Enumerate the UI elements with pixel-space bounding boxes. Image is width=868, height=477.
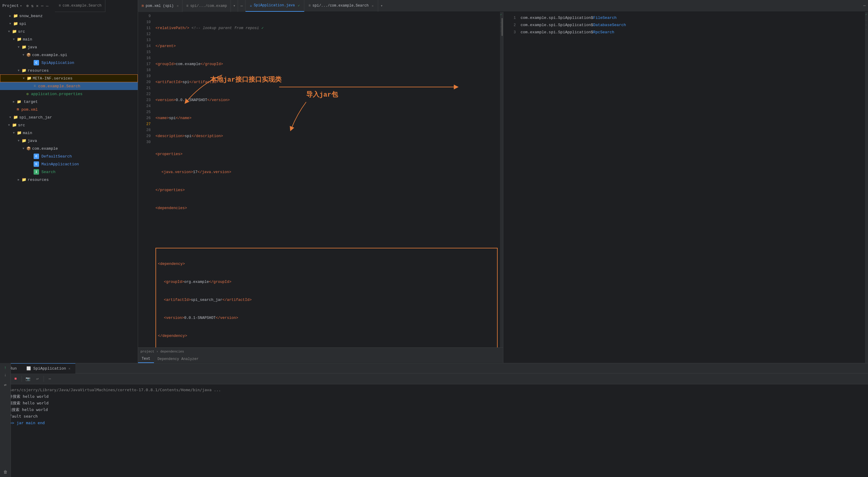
ln-18: 18 — [138, 67, 151, 73]
com-example-search-label: com.example.Search — [38, 84, 80, 89]
bracket-17b: </java.version> — [197, 169, 231, 175]
console-line-path: /Users/csjerry/Library/Java/JavaVirtualM… — [5, 387, 863, 393]
overflow-icon[interactable]: ⋯ — [238, 4, 245, 8]
tab-text[interactable]: Text — [138, 355, 154, 363]
tab-more-center[interactable]: ▾ — [231, 0, 238, 12]
tree-item-snow-beanz[interactable]: ▶ 📁 snow_beanz — [0, 12, 138, 20]
right-vscroll[interactable]: ✓ — — — — [865, 12, 868, 363]
tree-item-spi[interactable]: ▼ 📁 spi — [0, 20, 138, 28]
right-line-numbers: 1 2 3 — [503, 12, 518, 363]
tab-label: com.example.Search — [63, 4, 102, 8]
code-line-9: <relativePath/> <!-- lookup parent from … — [155, 25, 498, 31]
right-code-area[interactable]: 1 2 3 com.example.spi.SpiApplication$Fil… — [503, 12, 868, 363]
tree-item-resources[interactable]: ▼ 📁 resources — [0, 67, 138, 74]
left-breadcrumb: project › dependencies — [141, 350, 184, 353]
globe-icon[interactable]: ⊕ — [26, 3, 29, 8]
code-line-17: <java.version>17</java.version> — [155, 169, 498, 175]
spi-src-label: src — [18, 29, 25, 34]
tree-item-com-example-search[interactable]: ≡ com.example.Search — [0, 82, 138, 90]
tree-item-spi-java[interactable]: ▼ 📁 java — [0, 43, 138, 51]
jar-resources-label: resources — [28, 178, 49, 182]
tab-com-example-search[interactable]: ≡ com.example.Search — [55, 0, 105, 12]
screenshot-btn[interactable]: 📷 — [24, 375, 32, 382]
bracket-24a: <version> — [164, 315, 184, 321]
settings-btn[interactable]: ↩ — [34, 375, 41, 382]
tree-item-spi-src[interactable]: ▼ 📁 src — [0, 28, 138, 35]
tree-item-spi-application[interactable]: C SpiApplication — [0, 59, 138, 67]
tree-item-default-search[interactable]: C DefaultSearch — [0, 152, 138, 160]
project-label[interactable]: Project ▾ — [2, 4, 22, 8]
tree-item-pom-xml[interactable]: m pom.xml — [0, 105, 138, 114]
dollar-1: $ — [591, 14, 593, 22]
center-tabs: m pom.xml (spi) ✕ ≡ spi/.../com.examp ▾ … — [138, 0, 246, 12]
minimize-icon[interactable]: — — [46, 4, 48, 8]
tree-item-jar-java[interactable]: ▼ 📁 java — [0, 137, 138, 145]
tree-item-main-application[interactable]: C MainApplicaction — [0, 160, 138, 168]
tree-item-meta-inf[interactable]: ▼ 📁 META-INF.services — [0, 74, 138, 82]
jar-main-label: main — [23, 131, 32, 135]
text-12: spi — [183, 79, 189, 85]
class-line-1: com.example.spi.SpiApplication$FileSearc… — [521, 14, 863, 22]
code-line-24: <version>0.0.1-SNAPSHOT</version> — [158, 315, 495, 321]
dash-scroll-3: — — [500, 29, 502, 32]
run-close-btn[interactable]: ✕ — [68, 367, 70, 371]
left-editor-tabs: Text Dependency Analyzer — [138, 355, 503, 363]
left-code-area[interactable]: 9 10 11 12 13 14 15 16 17 18 19 20 21 22… — [138, 12, 503, 347]
top-tabs-bar: Project ▾ ⊕ ⇅ ✕ ⋯ — ≡ com.example.Search… — [0, 0, 868, 12]
tab-more-right[interactable]: ▾ — [378, 0, 385, 12]
dash-right-2: — — [865, 23, 867, 26]
tree-item-com-example-spi[interactable]: ▼ 📦 com.example.spi — [0, 51, 138, 59]
dollar-3: $ — [591, 29, 593, 36]
jar-src-label: src — [18, 123, 25, 127]
tab-spi-application-java[interactable]: ☕ SpiApplication.java ✓ — [246, 0, 304, 12]
com-search-tab-close[interactable]: ✕ — [372, 4, 374, 8]
ln-20: 20 — [138, 79, 151, 85]
tree-item-jar-resources[interactable]: ▶ 📁 resources — [0, 176, 138, 184]
tab-com-example-search-right[interactable]: ≡ spi/.../com.example.Search ✕ — [304, 0, 378, 12]
tree-arrow-spi: ▼ — [8, 22, 12, 26]
app-run-icon: ⬜ — [26, 366, 31, 371]
console-line-jar-end: >>>> jar main end — [5, 420, 863, 426]
more-icon[interactable]: ⋯ — [41, 3, 43, 8]
tree-item-jar-src[interactable]: ▼ 📁 src — [0, 121, 138, 129]
com-search-tab-label: spi/.../com.example.Search — [312, 4, 369, 8]
tab-pom-xml-spi[interactable]: m pom.xml (spi) ✕ — [138, 0, 183, 12]
list-icon-right: ≡ — [309, 4, 311, 8]
wrap-btn[interactable]: ⇌ — [4, 382, 6, 387]
package-icon: 📦 — [26, 53, 31, 57]
up-down-icon[interactable]: ⇅ — [31, 3, 34, 8]
tree-arrow-jar-res: ▶ — [17, 178, 21, 182]
dollar-2: $ — [591, 22, 593, 29]
tab-dependency-analyzer[interactable]: Dependency Analyzer — [154, 355, 202, 363]
tree-arrow-spi-java: ▼ — [17, 45, 21, 49]
tree-item-spi-main[interactable]: ▼ 📁 main — [0, 35, 138, 43]
target-label: target — [24, 100, 38, 104]
trash-btn[interactable]: 🗑 — [3, 470, 7, 475]
code-line-15: <description>spi</description> — [155, 133, 498, 139]
class-icon-default: C — [34, 154, 39, 159]
tree-arrow-target: ▶ — [12, 100, 16, 103]
left-status-bar: project › dependencies — [138, 347, 503, 355]
left-vscroll[interactable]: ✓ — — — — [500, 12, 503, 347]
more-actions-btn[interactable]: ⋯ — [46, 375, 54, 382]
tree-item-app-props[interactable]: ⚙ application.properties — [0, 90, 138, 98]
tree-item-search-interface[interactable]: I Search — [0, 168, 138, 176]
close-icon[interactable]: ✕ — [36, 3, 38, 8]
stop-btn[interactable]: ■ — [12, 375, 19, 382]
tab-spi-application-run[interactable]: ⬜ SpiApplication ✕ — [22, 363, 75, 374]
project-text: Project — [2, 4, 19, 8]
tree-item-spi-search-jar[interactable]: ▼ 📁 spi_search_jar — [0, 114, 138, 121]
right-overflow-icon[interactable]: ⋯ — [861, 3, 868, 8]
right-tabs: ☕ SpiApplication.java ✓ ≡ spi/.../com.ex… — [246, 0, 868, 12]
tree-item-target[interactable]: ▶ 📁 target — [0, 98, 138, 105]
scroll-down-btn[interactable]: ↓ — [4, 373, 6, 377]
more-tabs-icon: ▾ — [233, 4, 235, 8]
tree-item-com-example[interactable]: ▼ 📦 com.example — [0, 145, 138, 152]
scroll-up-btn[interactable]: ↑ — [4, 365, 6, 370]
tree-arrow-jar: ▼ — [8, 116, 12, 119]
tree-item-jar-main[interactable]: ▼ 📁 main — [0, 129, 138, 137]
ln-17: 17 — [138, 61, 151, 67]
tab-spi-com-example[interactable]: ≡ spi/.../com.examp — [183, 0, 231, 12]
snow-beanz-label: snow_beanz — [19, 14, 42, 18]
pom-tab-close[interactable]: ✕ — [177, 4, 179, 8]
